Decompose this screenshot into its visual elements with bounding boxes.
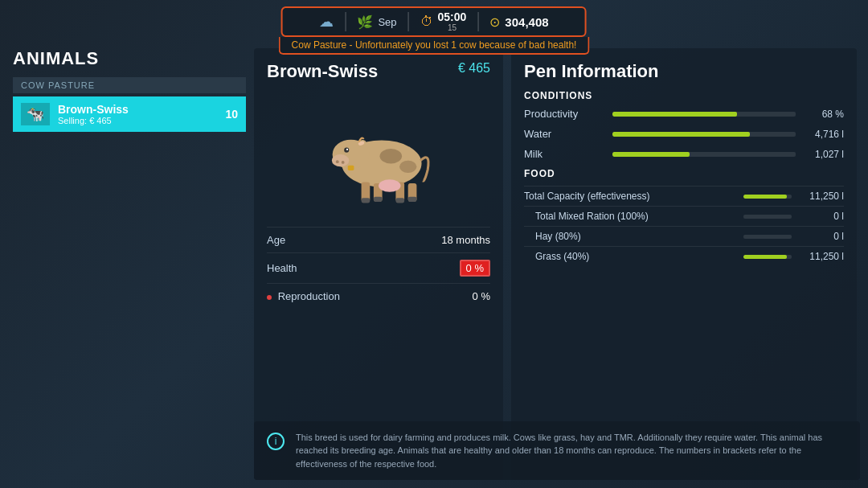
hud-divider-1 [345, 12, 346, 31]
clock-icon: ⏱ [420, 14, 433, 29]
food-bar-capacity [743, 195, 787, 199]
cow-illustration [314, 102, 443, 207]
stat-row-age: Age 18 months [267, 227, 490, 252]
food-row-hay: Hay (80%) 0 l [524, 226, 844, 246]
food-bar-grass-wrap [743, 255, 792, 259]
svg-point-16 [399, 161, 416, 173]
animal-cow-icon: 🐄 [21, 103, 50, 125]
food-label-tmr: Total Mixed Ration (100%) [535, 211, 735, 222]
cond-bar-water [612, 132, 750, 137]
hud-divider-3 [477, 12, 478, 31]
food-value-hay: 0 l [800, 231, 844, 242]
svg-point-4 [346, 149, 348, 150]
cond-label-water: Water [524, 128, 604, 140]
stats-table: Age 18 months Health 0 % Reproduction 0 … [267, 227, 490, 309]
svg-rect-13 [395, 198, 404, 203]
cond-label-productivity: Productivity [524, 108, 604, 120]
hud-money-value: 304,408 [505, 15, 548, 29]
cloud-icon: ☁ [319, 13, 334, 31]
animal-info: Brown-Swiss Selling: € 465 [58, 103, 217, 125]
hud-divider-2 [408, 12, 409, 31]
sidebar-section-header: COW PASTURE [13, 77, 246, 93]
food-label-grass: Grass (40%) [535, 251, 735, 262]
stat-label-reproduction: Reproduction [267, 290, 473, 302]
svg-rect-14 [408, 197, 417, 202]
animal-breed-title: Brown-Swiss [267, 61, 490, 82]
stat-label-health: Health [267, 262, 460, 274]
conditions-header: CONDITIONS [524, 90, 844, 101]
cond-label-milk: Milk [524, 148, 604, 160]
hud-season-label: Sep [378, 16, 396, 28]
animal-count: 10 [225, 108, 238, 121]
svg-rect-11 [362, 198, 371, 203]
food-bar-hay-wrap [743, 235, 792, 239]
animal-item-brown-swiss[interactable]: 🐄 Brown-Swiss Selling: € 465 10 [13, 96, 246, 132]
food-bar-tmr-wrap [743, 215, 792, 219]
cond-bar-milk [612, 152, 690, 157]
hud-day-value: 15 [448, 23, 457, 32]
animal-selling: Selling: € 465 [58, 116, 217, 125]
main-panel: Brown-Swiss € 465 [254, 48, 503, 480]
food-value-tmr: 0 l [800, 211, 844, 222]
bottom-panel: i This breed is used for dairy farming a… [254, 421, 860, 481]
cond-bar-milk-wrap [612, 152, 796, 157]
stat-value-reproduction: 0 % [473, 290, 490, 302]
svg-rect-12 [374, 197, 383, 202]
cond-value-water: 4,716 l [804, 129, 844, 140]
cond-row-milk: Milk 1,027 l [524, 148, 844, 160]
svg-rect-20 [348, 166, 354, 170]
hud-time-value: 05:00 [438, 11, 467, 23]
food-header: FOOD [524, 168, 844, 179]
stat-label-age: Age [267, 234, 441, 246]
svg-point-15 [380, 149, 403, 163]
food-bar-grass [743, 255, 787, 259]
stat-value-health: 0 % [460, 260, 490, 277]
svg-point-19 [342, 161, 345, 164]
food-bar-capacity-wrap [743, 195, 792, 199]
coin-icon: ⊙ [489, 14, 500, 30]
stat-value-age: 18 months [441, 234, 490, 246]
right-panel: Pen Information CONDITIONS Productivity … [511, 48, 857, 480]
animal-price: € 465 [458, 61, 490, 76]
leaf-icon: 🌿 [357, 14, 373, 30]
svg-point-2 [332, 154, 349, 166]
hud-weather: ☁ [319, 13, 334, 31]
sidebar: ANIMALS COW PASTURE 🐄 Brown-Swiss Sellin… [13, 48, 246, 132]
cond-row-productivity: Productivity 68 % [524, 108, 844, 120]
food-row-tmr: Total Mixed Ration (100%) 0 l [524, 206, 844, 226]
cond-bar-water-wrap [612, 132, 796, 137]
info-text: This breed is used for dairy farming and… [296, 431, 847, 471]
svg-point-17 [379, 179, 401, 191]
pen-title: Pen Information [524, 61, 844, 82]
hud-bar: ☁ 🌿 Sep ⏱ 05:00 15 ⊙ 304,408 [281, 6, 587, 37]
repro-dot [267, 295, 272, 300]
stat-row-health: Health 0 % [267, 252, 490, 283]
hud-money-section: ⊙ 304,408 [489, 14, 548, 30]
info-icon: i [267, 433, 285, 450]
food-label-capacity: Total Capacity (effectiveness) [524, 191, 735, 202]
animal-name: Brown-Swiss [58, 103, 217, 116]
cond-bar-productivity [612, 112, 737, 117]
hud-time: ⏱ 05:00 15 [420, 11, 467, 32]
food-label-hay: Hay (80%) [535, 231, 735, 242]
food-value-capacity: 11,250 l [800, 191, 844, 202]
sidebar-title: ANIMALS [13, 48, 246, 69]
animal-image-area [267, 90, 490, 219]
stat-row-reproduction: Reproduction 0 % [267, 283, 490, 309]
food-value-grass: 11,250 l [800, 251, 844, 262]
hud-alert: Cow Pasture - Unfortunately you lost 1 c… [279, 37, 590, 55]
cond-value-milk: 1,027 l [804, 149, 844, 160]
svg-point-18 [336, 160, 339, 163]
hud-season: 🌿 Sep [357, 14, 396, 30]
cond-value-productivity: 68 % [804, 109, 844, 120]
food-row-grass: Grass (40%) 11,250 l [524, 246, 844, 266]
conditions-table: Productivity 68 % Water 4,716 l Milk 1,0… [524, 108, 844, 160]
cond-bar-productivity-wrap [612, 112, 796, 117]
top-hud: ☁ 🌿 Sep ⏱ 05:00 15 ⊙ 304,408 Cow Pasture… [279, 6, 590, 55]
food-row-capacity: Total Capacity (effectiveness) 11,250 l [524, 186, 844, 206]
food-table: Total Capacity (effectiveness) 11,250 l … [524, 186, 844, 266]
cond-row-water: Water 4,716 l [524, 128, 844, 140]
